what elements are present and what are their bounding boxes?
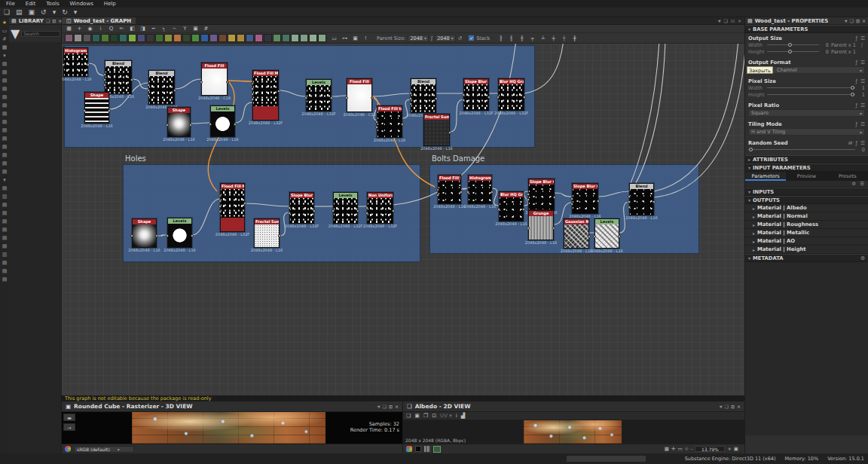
menu-edit[interactable]: Edit [26, 1, 36, 7]
quickbar-icon-5[interactable]: ↻ [62, 8, 68, 16]
layers-icon[interactable]: ❐ [423, 413, 428, 419]
atomic-node-button-17[interactable] [219, 34, 227, 42]
gear-icon[interactable]: ⚙ [860, 255, 865, 261]
graph-node-tool-3[interactable]: ! [362, 35, 370, 41]
fx-icon[interactable]: ƒ [856, 102, 857, 108]
align-button-5[interactable]: ╪ [549, 35, 558, 41]
graph-node[interactable]: Blend2048x2048 - L16 [629, 183, 654, 215]
view3d-viewport[interactable]: ▬ → Samples: 32 Render Time: 0.17 s [62, 412, 402, 444]
align-button-1[interactable]: ╢ [507, 35, 515, 41]
atomic-node-button-23[interactable] [273, 34, 281, 42]
library-strip-item[interactable]: ▤ [2, 151, 8, 159]
menu-help[interactable]: Help [104, 1, 116, 7]
graph-node[interactable]: Flood Fill Mapper Gra...2048x2048 - L32F [220, 183, 245, 232]
maximize-icon[interactable]: ⊡ [731, 404, 735, 409]
atomic-node-button-8[interactable] [137, 34, 145, 42]
random-seed-slider[interactable] [748, 149, 855, 150]
quickbar-icon-2[interactable]: ▣ [29, 8, 35, 16]
output-row[interactable]: ▸Material | Height [745, 246, 868, 254]
graph-view-tool-12[interactable]: ▣ [191, 26, 200, 32]
close-icon[interactable]: × [737, 404, 741, 409]
tab-parameters[interactable]: Parameters [745, 172, 786, 181]
atomic-node-button-11[interactable] [164, 34, 173, 42]
atomic-node-button-0[interactable] [65, 34, 73, 42]
filter-icon[interactable]: ▼ [11, 26, 20, 41]
output-row[interactable]: ▸Material | Normal [745, 212, 868, 221]
graph-node[interactable]: Levels2048x2048 - L16 [210, 105, 235, 137]
stack-checkbox[interactable]: ✓ [469, 35, 474, 41]
menu-windows[interactable]: Windows [70, 1, 93, 7]
tab-presets[interactable]: Presets [827, 172, 868, 181]
atomic-node-button-5[interactable] [110, 34, 118, 42]
list-icon[interactable]: ☰ [860, 181, 864, 187]
section-base-parameters[interactable]: ▾ BASE PARAMETERS [745, 25, 868, 33]
preset-icon[interactable]: ☰ [860, 35, 865, 41]
float-icon[interactable]: ❏ [46, 18, 50, 23]
atomic-node-button-6[interactable] [119, 34, 127, 42]
graph-node[interactable]: Histogram Scan2048x2048 - L16 [468, 175, 492, 204]
shuffle-icon[interactable]: ⇄ [848, 140, 853, 146]
section-input-parameters[interactable]: ▾ INPUT PARAMETERS [745, 163, 868, 172]
preset-icon[interactable]: ☰ [860, 140, 865, 146]
graph-node-tool-2[interactable]: ▣ [351, 35, 359, 41]
graph-node[interactable]: Shape2048x2048 - L16 [132, 218, 157, 248]
align-button-7[interactable]: ╋ [570, 35, 579, 41]
atomic-node-button-18[interactable] [228, 34, 236, 42]
pixel-width-slider[interactable] [767, 87, 855, 88]
background-swatch[interactable] [415, 446, 421, 452]
atomic-node-button-27[interactable] [309, 34, 317, 42]
quickbar-icon-0[interactable]: ❏ [4, 8, 10, 16]
preset-icon[interactable]: ☰ [860, 78, 865, 84]
library-strip-item[interactable]: ▤ [2, 259, 8, 267]
close-icon[interactable]: × [395, 404, 399, 409]
library-strip-item[interactable]: ▤ [2, 185, 8, 192]
atomic-node-button-24[interactable] [282, 34, 290, 42]
frame-icon[interactable]: ⊡ [432, 413, 436, 419]
atomic-node-button-12[interactable] [173, 34, 182, 42]
library-strip-item[interactable]: ▤ [2, 69, 8, 76]
link-icon[interactable]: ʃ [859, 42, 865, 48]
library-strip-item[interactable]: ▤ [2, 77, 8, 84]
graph-node[interactable]: Slope Blur Grayscale2048x2048 - L16 [528, 179, 555, 210]
maximize-icon[interactable]: ⊡ [731, 18, 735, 23]
library-strip-item[interactable]: ▤ [2, 226, 8, 234]
library-strip-item[interactable]: ▤ [2, 135, 8, 142]
graph-node-tool-1[interactable]: ⊶ [341, 35, 349, 41]
library-strip-item[interactable]: ▤ [2, 267, 8, 275]
align-button-3[interactable]: ╤ [528, 35, 536, 41]
copy-icon[interactable]: ❏ [406, 413, 411, 419]
graph-node[interactable]: Levels2048x2048 - L16 [167, 218, 192, 248]
height-mode[interactable]: Parent x 1 [831, 49, 857, 55]
menu-file[interactable]: File [6, 1, 15, 7]
graph-node[interactable]: Blur HQ Grayscale2048x2048 - L16 [499, 191, 524, 221]
menu-tools[interactable]: Tools [46, 1, 59, 7]
align-button-6[interactable]: ┼ [560, 35, 568, 41]
atomic-node-button-9[interactable] [146, 34, 154, 42]
graph-view-tool-0[interactable]: ▦ [65, 26, 73, 32]
fx-icon[interactable]: ƒ [856, 140, 857, 146]
graph-view-tool-1[interactable]: + [75, 26, 84, 32]
atomic-node-button-1[interactable] [74, 34, 82, 42]
library-strip-item[interactable]: ★ [2, 19, 7, 26]
search-input[interactable] [21, 31, 60, 37]
graph-node[interactable]: Blend2048x2048 - L16 [105, 60, 132, 94]
library-strip-item[interactable]: ▤ [2, 93, 8, 101]
fx-icon[interactable]: ƒ [856, 78, 857, 84]
section-inputs[interactable]: ▾ INPUTS [745, 188, 868, 196]
reset-icon[interactable]: ↺ [458, 35, 462, 41]
library-strip-item[interactable]: ▾ [3, 176, 6, 184]
float-icon[interactable]: ❏ [850, 18, 854, 23]
quickbar-icon-3[interactable]: ↺ [41, 8, 47, 16]
zoom-input[interactable] [695, 446, 725, 452]
quickbar-icon-4[interactable]: ▾ [53, 8, 57, 16]
graph-node[interactable]: Fractal Sum Base2048x2048 - L16 [254, 218, 280, 248]
histogram-icon[interactable]: ▟ [461, 413, 465, 419]
library-strip-item[interactable]: ▥ [2, 251, 8, 258]
fx-icon[interactable]: ƒ [856, 60, 857, 66]
library-strip-item[interactable]: # [2, 35, 7, 43]
graph-view-tool-10[interactable]: ~ [170, 26, 179, 32]
library-strip-item[interactable]: ▾ [3, 52, 6, 60]
atomic-node-button-21[interactable] [255, 34, 263, 42]
library-strip-item[interactable]: ▤ [2, 110, 8, 118]
graph-node[interactable]: Non Uniform Blur Gra...2048x2048 - L32F [367, 192, 393, 224]
